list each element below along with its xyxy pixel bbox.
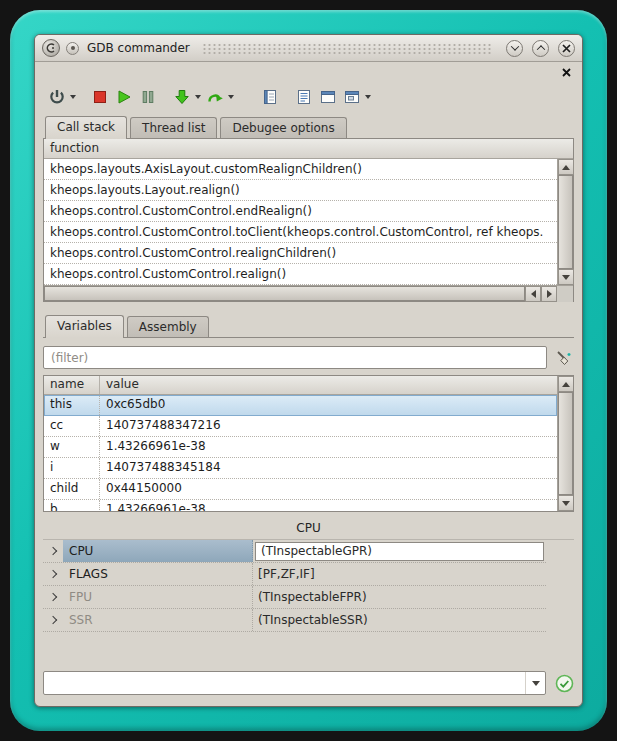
gdb-commander-window: GDB commander — [34, 34, 583, 707]
variables-vertical-scrollbar[interactable] — [557, 376, 573, 511]
variables-panel: name value this 0xc65db0 cc 140737488347… — [43, 375, 574, 512]
scroll-up-button[interactable] — [558, 159, 574, 175]
variable-name: cc — [44, 416, 100, 436]
tab-variables[interactable]: Variables — [45, 315, 124, 338]
callstack-row[interactable]: kheops.layouts.Layout.realign() — [44, 180, 557, 201]
scroll-right-button[interactable] — [541, 286, 557, 302]
step-button[interactable] — [203, 84, 227, 110]
chevron-right-icon — [49, 616, 57, 624]
variable-row[interactable]: i 140737488345184 — [44, 458, 557, 479]
scrollbar-thumb[interactable] — [558, 175, 573, 269]
command-combobox[interactable] — [43, 671, 546, 695]
variable-name: b — [44, 500, 100, 511]
list-document-icon — [295, 88, 313, 106]
cpu-row[interactable]: CPU (TInspectableGPR) — [43, 540, 546, 563]
cpu-row[interactable]: FPU (TInspectableFPR) — [43, 586, 546, 609]
variable-row[interactable]: cc 140737488347216 — [44, 416, 557, 437]
column-header-name: name — [44, 376, 100, 394]
window-title: GDB commander — [85, 41, 192, 55]
expand-button[interactable] — [43, 548, 63, 554]
close-icon — [562, 68, 571, 77]
clear-filter-button[interactable] — [554, 348, 574, 368]
callstack-horizontal-scrollbar[interactable] — [44, 285, 573, 301]
cpu-row[interactable]: SSR (TInspectableSSR) — [43, 609, 546, 632]
maximize-button[interactable] — [532, 40, 549, 57]
decorative-teal-frame: GDB commander — [10, 10, 607, 731]
cpu-title: CPU — [43, 518, 574, 539]
close-icon — [562, 44, 571, 53]
variables-header: name value — [44, 376, 557, 395]
cpu-row-label: FPU — [63, 586, 253, 608]
combo-dropdown-button[interactable] — [525, 672, 545, 694]
arrow-up-icon — [562, 165, 570, 170]
command-input[interactable] — [44, 672, 525, 694]
expand-button[interactable] — [43, 594, 63, 600]
variable-row[interactable]: w 1.43266961e-38 — [44, 437, 557, 458]
scrollbar-thumb[interactable] — [44, 286, 525, 301]
variable-value: 1.43266961e-38 — [100, 500, 557, 511]
scrollbar-thumb[interactable] — [558, 392, 573, 495]
scroll-down-button[interactable] — [558, 495, 574, 511]
pause-button[interactable] — [136, 84, 160, 110]
scroll-down-button[interactable] — [558, 269, 574, 285]
show-inspector-button[interactable] — [340, 84, 364, 110]
show-log-button[interactable] — [258, 84, 282, 110]
titlebar-grip[interactable] — [202, 42, 493, 55]
document-icon — [261, 88, 279, 106]
show-list-button[interactable] — [292, 84, 316, 110]
tab-assembly[interactable]: Assembly — [127, 316, 209, 337]
callstack-row[interactable]: kheops.control.CustomControl.realign() — [44, 264, 557, 285]
filter-input[interactable] — [43, 346, 547, 369]
chevron-right-icon — [49, 593, 57, 601]
callstack-row[interactable]: kheops.control.CustomControl.realignChil… — [44, 243, 557, 264]
dropdown-arrow-icon[interactable] — [195, 95, 201, 99]
tab-call-stack[interactable]: Call stack — [45, 116, 127, 139]
cpu-row-value-edit[interactable]: (TInspectableGPR) — [255, 542, 544, 561]
dropdown-arrow-icon[interactable] — [365, 95, 371, 99]
variables-table: name value this 0xc65db0 cc 140737488347… — [44, 376, 557, 511]
shade-button[interactable] — [506, 40, 523, 57]
continue-button[interactable] — [170, 84, 194, 110]
power-icon — [48, 88, 66, 106]
play-icon — [115, 88, 133, 106]
callstack-list: kheops.layouts.AxisLayout.customRealignC… — [44, 159, 557, 285]
broom-icon — [555, 349, 573, 367]
debug-toolbar — [35, 79, 582, 113]
arrow-down-icon — [562, 275, 570, 280]
scroll-up-button[interactable] — [558, 376, 574, 392]
callstack-row[interactable]: kheops.layouts.AxisLayout.customRealignC… — [44, 159, 557, 180]
accept-button[interactable] — [554, 673, 574, 693]
arrow-down-icon — [532, 681, 540, 686]
callstack-row[interactable]: kheops.control.CustomControl.toClient(kh… — [44, 222, 557, 243]
titlebar[interactable]: GDB commander — [35, 35, 582, 62]
variable-row[interactable]: child 0x44150000 — [44, 479, 557, 500]
power-button[interactable] — [45, 84, 69, 110]
callstack-row[interactable]: kheops.control.CustomControl.endRealign(… — [44, 201, 557, 222]
stop-button[interactable] — [88, 84, 112, 110]
panel-close-button[interactable] — [559, 65, 573, 79]
tab-thread-list[interactable]: Thread list — [130, 117, 217, 138]
cpu-row[interactable]: FLAGS [PF,ZF,IF] — [43, 563, 546, 586]
variable-row[interactable]: b 1.43266961e-38 — [44, 500, 557, 511]
arrow-right-icon — [547, 290, 552, 298]
chevron-down-icon — [510, 42, 518, 50]
callstack-vertical-scrollbar[interactable] — [557, 159, 573, 285]
run-button[interactable] — [112, 84, 136, 110]
window-icon — [319, 88, 337, 106]
show-window-button[interactable] — [316, 84, 340, 110]
dock-header — [35, 62, 582, 79]
variable-row[interactable]: this 0xc65db0 — [44, 395, 557, 416]
continue-icon — [173, 88, 191, 106]
tab-debugee-options[interactable]: Debugee options — [220, 117, 346, 138]
variable-name: child — [44, 479, 100, 499]
close-button[interactable] — [558, 40, 575, 57]
callstack-column-header: function — [44, 139, 573, 159]
pin-button[interactable] — [66, 42, 79, 55]
callstack-panel: function kheops.layouts.AxisLayout.custo… — [43, 139, 574, 302]
scroll-left-button[interactable] — [525, 286, 541, 302]
expand-button[interactable] — [43, 571, 63, 577]
dropdown-arrow-icon[interactable] — [228, 95, 234, 99]
dropdown-arrow-icon[interactable] — [70, 95, 76, 99]
expand-button[interactable] — [43, 617, 63, 623]
cpu-row-label: CPU — [63, 540, 253, 562]
